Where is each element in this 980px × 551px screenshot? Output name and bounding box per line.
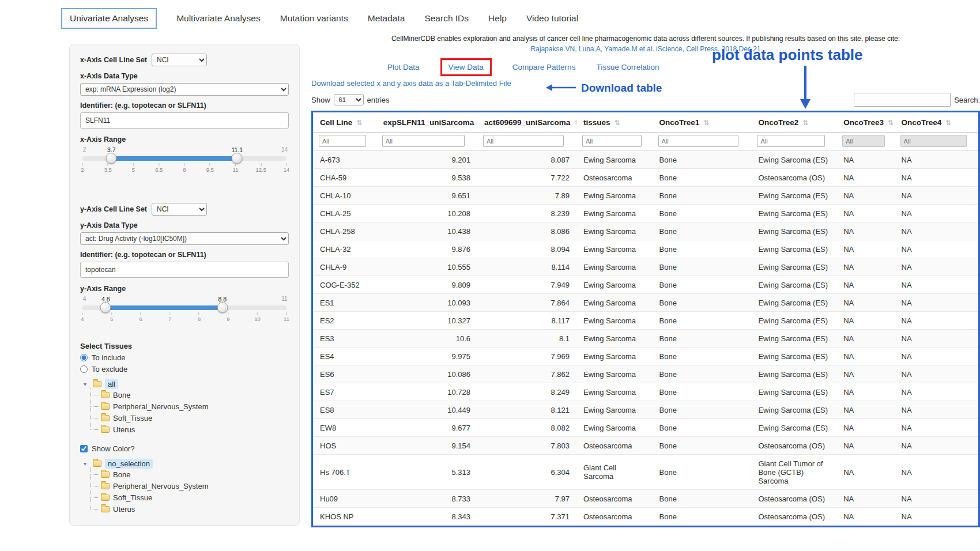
column-filter-input[interactable] — [842, 135, 885, 147]
citation-link[interactable]: Rajapakse.VN, Luna.A, Yamade.M et al. iS… — [311, 45, 980, 53]
tree-node[interactable]: Uterus — [101, 424, 289, 435]
table-row[interactable]: ES810.4498.121Ewing SarcomaBoneEwing Sar… — [313, 401, 978, 419]
table-cell: Hu09 — [313, 490, 376, 508]
y-range-handle-high[interactable] — [217, 302, 228, 313]
table-cell: 9.651 — [376, 187, 477, 205]
column-header-expslfn11-unisarcoma[interactable]: expSLFN11_uniSarcoma⇅ — [376, 112, 477, 133]
nav-tab-video-tutorial[interactable]: Video tutorial — [526, 13, 578, 24]
column-header-oncotree3[interactable]: OncoTree3⇅ — [836, 112, 894, 133]
table-row[interactable]: ES110.0937.864Ewing SarcomaBoneEwing Sar… — [313, 294, 978, 312]
column-header-oncotree4[interactable]: OncoTree4⇅ — [895, 112, 978, 133]
y-data-type-select[interactable]: act: Drug Activity (-log10[IC50M]) — [80, 232, 289, 245]
table-cell: NA — [836, 294, 894, 312]
table-row[interactable]: CHLA-329.8768.094Ewing SarcomaBoneEwing … — [313, 240, 978, 258]
x-data-type-select[interactable]: exp: mRNA Expression (log2) — [80, 83, 289, 96]
nav-tab-multivariate-analyses[interactable]: Multivariate Analyses — [176, 13, 261, 24]
tree-node[interactable]: Bone — [101, 469, 289, 480]
tab-view-data[interactable]: View Data — [448, 63, 484, 71]
column-filter-input[interactable] — [319, 135, 366, 147]
table-row[interactable]: EW89.6778.082Ewing SarcomaBoneEwing Sarc… — [313, 419, 978, 437]
tree-node[interactable]: Peripheral_Nervous_System — [101, 480, 289, 492]
download-tab-delimited-link[interactable]: Download selected x and y axis data as a… — [311, 79, 511, 88]
column-header-oncotree1[interactable]: OncoTree1⇅ — [653, 112, 752, 133]
column-header-oncotree2[interactable]: OncoTree2⇅ — [751, 112, 836, 133]
tab-plot-data[interactable]: Plot Data — [387, 63, 420, 71]
tree-toggle-icon[interactable]: ▾ — [84, 461, 89, 467]
x-cell-line-set-select[interactable]: NCI — [152, 54, 207, 66]
table-row[interactable]: CHLA-2510.2088.239Ewing SarcomaBoneEwing… — [313, 205, 978, 222]
sort-icon[interactable]: ⇅ — [888, 119, 894, 127]
table-row[interactable]: HOS9.1547.803OsteosarcomaBoneOsteosarcom… — [313, 437, 978, 455]
sort-icon[interactable]: ⇅ — [574, 119, 576, 127]
table-row[interactable]: Hu098.7337.97OsteosarcomaBoneOsteosarcom… — [313, 490, 978, 508]
column-header-cell-line[interactable]: Cell Line⇅ — [313, 112, 376, 133]
tree-node[interactable]: Bone — [101, 389, 289, 401]
table-row[interactable]: ES310.68.1Ewing SarcomaBoneEwing Sarcoma… — [313, 330, 978, 348]
folder-icon — [101, 471, 110, 478]
slider-tick: 14 — [284, 163, 290, 173]
table-row[interactable]: Hs 706.T5.3136.304Giant Cell SarcomaBone… — [313, 455, 978, 490]
sort-icon[interactable]: ⇅ — [945, 119, 951, 127]
slider-tick: 11 — [284, 312, 289, 322]
table-cell: Bone — [653, 365, 752, 383]
table-row[interactable]: ES210.3278.117Ewing SarcomaBoneEwing Sar… — [313, 312, 978, 330]
sort-icon[interactable]: ⇅ — [703, 119, 709, 127]
x-range-track[interactable] — [82, 156, 287, 161]
nav-tab-metadata[interactable]: Metadata — [368, 13, 405, 24]
sort-icon[interactable]: ⇅ — [802, 119, 808, 127]
to-include-radio[interactable] — [80, 354, 88, 361]
x-range-slider[interactable]: 2 3.7 11.1 14 23.556.589.51112.514 — [82, 146, 287, 180]
table-row[interactable]: COG-E-3529.8097.949Ewing SarcomaBoneEwin… — [313, 276, 978, 294]
column-filter-input[interactable] — [382, 135, 465, 147]
y-range-handle-low[interactable] — [100, 302, 111, 313]
tree-root-node[interactable]: ▾no_selection — [84, 459, 289, 469]
table-row[interactable]: CHA-599.5387.722OsteosarcomaBoneOsteosar… — [313, 169, 978, 187]
table-cell: NA — [895, 187, 978, 205]
table-cell: Bone — [653, 348, 752, 365]
table-row[interactable]: CHLA-25810.4388.086Ewing SarcomaBoneEwin… — [313, 222, 978, 240]
column-filter-input[interactable] — [582, 135, 642, 147]
column-header-act609699-unisarcoma[interactable]: act609699_uniSarcoma⇅ — [477, 112, 576, 133]
nav-tab-univariate-analyses[interactable]: Univariate Analyses — [61, 8, 157, 29]
tree-node[interactable]: Soft_Tissue — [101, 492, 289, 503]
table-row[interactable]: KHOS NP8.3437.371OsteosarcomaBoneOsteosa… — [313, 508, 978, 526]
show-color-checkbox[interactable] — [80, 445, 88, 452]
table-row[interactable]: ES49.9757.969Ewing SarcomaBoneEwing Sarc… — [313, 348, 978, 365]
table-search-input[interactable] — [854, 93, 951, 107]
column-filter-input[interactable] — [757, 135, 824, 147]
entries-per-page-select[interactable]: 61 — [334, 94, 364, 105]
y-cell-line-set-select[interactable]: NCI — [152, 203, 207, 216]
table-cell: ES8 — [313, 401, 376, 419]
tab-compare-patterns[interactable]: Compare Patterns — [512, 63, 576, 71]
nav-tab-help[interactable]: Help — [488, 13, 507, 24]
x-identifier-input[interactable] — [80, 112, 289, 129]
column-filter-input[interactable] — [483, 135, 564, 147]
column-filter-input[interactable] — [658, 135, 739, 147]
x-range-handle-high[interactable] — [232, 153, 243, 164]
tree-toggle-icon[interactable]: ▾ — [84, 381, 89, 387]
table-cell: Bone — [653, 151, 752, 169]
y-range-track[interactable] — [82, 305, 287, 310]
y-identifier-input[interactable] — [80, 262, 289, 278]
column-filter-input[interactable] — [900, 135, 967, 147]
table-cell: Ewing Sarcoma — [576, 401, 653, 419]
table-row[interactable]: A-6739.2018.087Ewing SarcomaBoneEwing Sa… — [313, 151, 978, 169]
tree-root-node[interactable]: ▾all — [84, 379, 289, 389]
x-range-handle-low[interactable] — [106, 153, 117, 164]
tab-tissue-correlation[interactable]: Tissue Correlation — [596, 63, 659, 71]
tree-node[interactable]: Soft_Tissue — [101, 412, 289, 424]
to-exclude-radio[interactable] — [80, 365, 88, 373]
tree-node[interactable]: Uterus — [101, 503, 289, 515]
tree-node[interactable]: Peripheral_Nervous_System — [101, 401, 289, 412]
table-row[interactable]: ES610.0867.862Ewing SarcomaBoneEwing Sar… — [313, 365, 978, 383]
sort-icon[interactable]: ⇅ — [615, 119, 620, 127]
nav-tab-mutation-variants[interactable]: Mutation variants — [280, 13, 348, 24]
table-row[interactable]: ES710.7288.249Ewing SarcomaBoneEwing Sar… — [313, 383, 978, 401]
y-data-type-label: y-Axis Data Type — [80, 221, 289, 229]
y-range-slider[interactable]: 4 4.8 8.8 11 4567891011 — [82, 296, 287, 329]
nav-tab-search-ids[interactable]: Search IDs — [424, 13, 469, 24]
table-row[interactable]: CHLA-109.6517.89Ewing SarcomaBoneEwing S… — [313, 187, 978, 205]
column-header-tissues[interactable]: tissues⇅ — [576, 112, 653, 133]
sort-icon[interactable]: ⇅ — [356, 119, 362, 127]
table-row[interactable]: CHLA-910.5558.114Ewing SarcomaBoneEwing … — [313, 258, 978, 276]
